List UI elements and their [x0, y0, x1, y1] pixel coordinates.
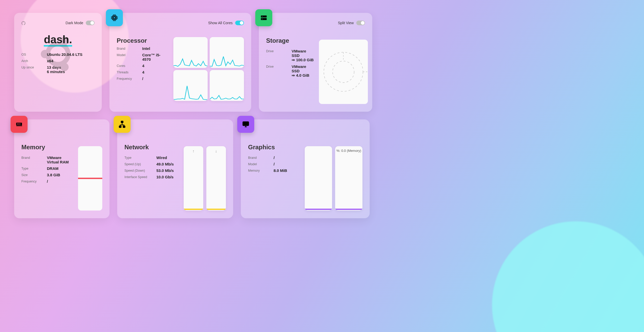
- os-label: OS: [21, 52, 43, 57]
- svg-rect-17: [20, 123, 21, 125]
- svg-rect-16: [19, 123, 19, 125]
- storage-card: Split View Storage Drive VMware SSD⇒ 100…: [259, 13, 372, 112]
- split-view-label: Split View: [338, 21, 354, 25]
- cpu-core-0-chart: [173, 37, 208, 68]
- arrow-down-icon: ↓: [215, 149, 217, 153]
- app-logo: dash.: [21, 33, 95, 47]
- svg-point-9: [262, 19, 263, 20]
- memory-icon: [11, 116, 28, 133]
- graphics-card: Graphics Brand/ Model/ Memory8.0 MiB %: …: [241, 119, 370, 218]
- cpu-core-1-chart: [210, 37, 244, 68]
- show-cores-label: Show All Cores: [208, 21, 233, 25]
- svg-rect-20: [123, 126, 125, 127]
- gpu-memory-overlay: %: 0.0 (Memory): [336, 149, 361, 153]
- svg-point-8: [262, 16, 263, 17]
- network-icon: [114, 116, 131, 133]
- github-icon[interactable]: [21, 21, 26, 25]
- svg-rect-5: [113, 17, 115, 19]
- memory-card: Memory BrandVMware Virtual RAM TypeDRAM …: [14, 119, 109, 218]
- os-value: Ubuntu 20.04.6 LTS: [47, 52, 95, 57]
- gpu-memory-chart: %: 0.0 (Memory): [335, 146, 362, 211]
- cpu-core-3-chart: [210, 70, 244, 101]
- storage-icon: [255, 9, 272, 26]
- svg-rect-19: [119, 126, 121, 127]
- system-info-card: Dark Mode dash. OS Ubuntu 20.04.6 LTS Ar…: [14, 13, 102, 112]
- uptime-value: 13 days6 minutes: [47, 65, 95, 74]
- arch-value: x64: [47, 59, 95, 63]
- svg-rect-18: [121, 121, 123, 123]
- gpu-load-chart: [305, 146, 332, 211]
- cpu-icon: [106, 9, 123, 26]
- show-cores-toggle[interactable]: [235, 21, 244, 25]
- network-up-chart: ↑: [184, 146, 203, 211]
- gpu-icon: [237, 116, 254, 133]
- svg-rect-7: [261, 18, 267, 20]
- split-view-toggle[interactable]: [356, 21, 365, 25]
- uptime-label: Up since: [21, 65, 43, 74]
- cpu-core-2-chart: [173, 70, 208, 101]
- svg-rect-6: [261, 15, 267, 18]
- svg-point-11: [333, 61, 354, 83]
- svg-rect-4: [113, 16, 116, 20]
- memory-chart: [78, 146, 102, 211]
- dark-mode-label: Dark Mode: [66, 21, 83, 25]
- arch-label: Arch: [21, 59, 43, 63]
- svg-rect-21: [243, 122, 249, 126]
- svg-rect-15: [17, 123, 18, 125]
- processor-card: Show All Cores Processor BrandIntel Mode…: [109, 13, 251, 112]
- network-card: Network TypeWired Speed (Up)49.0 Mb/s Sp…: [117, 119, 233, 218]
- arrow-up-icon: ↑: [192, 149, 194, 153]
- dark-mode-toggle[interactable]: [86, 21, 95, 25]
- network-down-chart: ↓: [206, 146, 226, 211]
- storage-donut-chart: [319, 40, 368, 104]
